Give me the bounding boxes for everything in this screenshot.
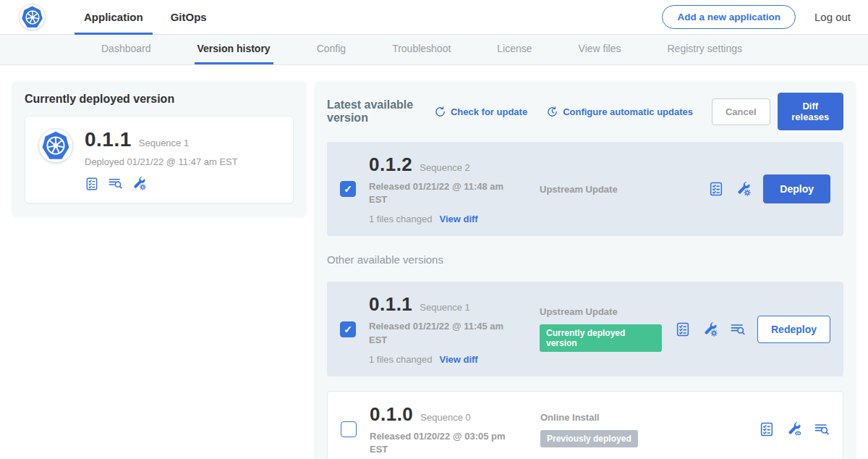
version-row: ✓ 0.1.2 Sequence 2 Released 01/21/22 @ 1…: [327, 142, 843, 236]
files-changed-label: 1 files changed: [369, 354, 432, 365]
other-versions-heading: Other available versions: [327, 253, 843, 266]
sequence-label: Sequence 2: [420, 162, 469, 173]
version-checkbox[interactable]: ✓: [341, 421, 357, 437]
refresh-icon: [434, 106, 446, 118]
redeploy-button[interactable]: Redeploy: [757, 316, 830, 343]
version-row: ✓ 0.1.1 Sequence 1 Released 01/21/22 @ 1…: [327, 282, 843, 376]
kubernetes-wheel-icon: [19, 4, 46, 30]
deployed-timestamp: Deployed 01/21/22 @ 11:47 am EST: [85, 156, 238, 167]
main-content: Currently deployed version 0.1.1 Sequenc…: [0, 65, 868, 459]
version-source-label: Online Install: [540, 412, 746, 423]
lines-magnifier-icon[interactable]: [108, 176, 123, 191]
tab-application[interactable]: Application: [75, 0, 153, 35]
subnav-config[interactable]: Config: [314, 35, 349, 64]
version-checkbox[interactable]: ✓: [340, 321, 356, 337]
previously-deployed-badge: Previously deployed: [540, 430, 638, 447]
version-number: 0.1.1: [369, 293, 412, 316]
checklist-icon[interactable]: [708, 181, 724, 197]
lines-magnifier-icon[interactable]: [730, 321, 746, 337]
logout-link[interactable]: Log out: [814, 11, 851, 23]
checklist-icon[interactable]: [85, 177, 99, 191]
sequence-label: Sequence 0: [420, 412, 470, 423]
check-for-update-label: Check for update: [451, 106, 527, 117]
deployed-card-title: Currently deployed version: [25, 93, 294, 106]
version-number: 0.1.2: [369, 153, 412, 176]
wrench-gear-icon[interactable]: [132, 176, 147, 191]
top-nav: Application GitOps Add a new application…: [0, 0, 868, 35]
subnav-license[interactable]: License: [494, 35, 535, 64]
sequence-label: Sequence 1: [420, 302, 469, 313]
deployed-sequence-label: Sequence 1: [139, 138, 189, 148]
check-for-update-link[interactable]: Check for update: [434, 106, 527, 118]
add-application-button[interactable]: Add a new application: [662, 5, 796, 29]
subnav-view-files[interactable]: View files: [576, 35, 624, 64]
tab-gitops[interactable]: GitOps: [161, 0, 216, 35]
deploy-button[interactable]: Deploy: [763, 174, 830, 203]
version-source-label: Upstream Update: [540, 184, 695, 195]
currently-deployed-badge: Currently deployed version: [540, 324, 662, 352]
cancel-button[interactable]: Cancel: [712, 98, 770, 125]
files-changed-label: 1 files changed: [369, 214, 432, 224]
version-number: 0.1.0: [370, 403, 413, 426]
view-diff-link[interactable]: View diff: [439, 354, 477, 365]
wrench-gear-icon[interactable]: [702, 321, 718, 337]
subnav-dashboard[interactable]: Dashboard: [98, 35, 154, 64]
wrench-eye-icon[interactable]: [786, 421, 802, 437]
checklist-icon[interactable]: [675, 321, 691, 337]
clock-refresh-icon: [546, 106, 558, 118]
subnav-version-history[interactable]: Version history: [195, 35, 273, 64]
version-source-label: Upstream Update: [540, 306, 662, 317]
deployed-version-number: 0.1.1: [85, 128, 132, 151]
released-timestamp: Released 01/20/22 @ 03:05 pm EST: [370, 430, 511, 456]
version-checkbox[interactable]: ✓: [340, 181, 356, 197]
version-row: ✓ 0.1.0 Sequence 0 Released 01/20/22 @ 0…: [327, 391, 843, 459]
tab-gitops-label: GitOps: [171, 11, 207, 23]
latest-available-title: Latest available version: [327, 98, 424, 125]
released-timestamp: Released 01/21/22 @ 11:45 am EST: [369, 320, 511, 346]
lines-magnifier-icon[interactable]: [814, 421, 830, 437]
configure-automatic-updates-link[interactable]: Configure automatic updates: [546, 106, 693, 118]
kubernetes-wheel-icon: [38, 128, 73, 163]
checklist-icon[interactable]: [759, 421, 775, 437]
wrench-gear-icon[interactable]: [736, 181, 752, 197]
version-history-panel: Latest available version Check for updat…: [314, 81, 856, 459]
deployed-version-card: 0.1.1 Sequence 1 Deployed 01/21/22 @ 11:…: [25, 116, 294, 203]
app-sub-nav: Dashboard Version history Config Trouble…: [0, 35, 868, 65]
diff-releases-button[interactable]: Diff releases: [778, 93, 843, 130]
tab-application-label: Application: [84, 11, 143, 23]
configure-updates-label: Configure automatic updates: [563, 106, 693, 117]
released-timestamp: Released 01/21/22 @ 11:48 am EST: [369, 180, 511, 206]
subnav-registry-settings[interactable]: Registry settings: [664, 35, 744, 64]
currently-deployed-panel: Currently deployed version 0.1.1 Sequenc…: [12, 81, 307, 218]
subnav-troubleshoot[interactable]: Troubleshoot: [389, 35, 454, 64]
view-diff-link[interactable]: View diff: [439, 214, 477, 224]
